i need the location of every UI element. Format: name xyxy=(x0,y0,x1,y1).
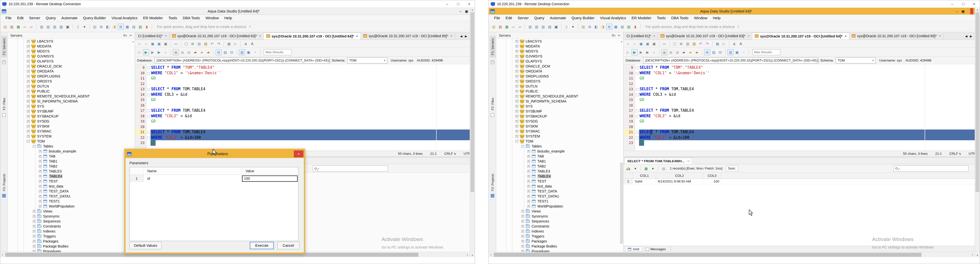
expander-icon[interactable]: + xyxy=(27,125,30,128)
tree-item-test_data[interactable]: +test_data xyxy=(496,184,623,189)
tree-item-TEST_DATA1[interactable]: +TEST_DATA1 xyxy=(8,194,135,199)
redo-icon[interactable]: ↷ xyxy=(704,41,710,47)
expander-icon[interactable]: + xyxy=(33,235,36,238)
dialog-titlebar[interactable]: Parameters × xyxy=(126,150,304,158)
expander-icon[interactable]: + xyxy=(521,230,524,233)
code-line[interactable]: WHERE "COL3" = &id xyxy=(146,114,470,119)
expander-icon[interactable]: + xyxy=(527,205,530,208)
code-line[interactable] xyxy=(146,81,470,87)
run-all-icon[interactable]: ▶ xyxy=(638,49,644,55)
tree-item-SYS[interactable]: +SYS xyxy=(8,104,135,109)
code-line[interactable]: SELECT * FROM "TOM"."TABLE4" xyxy=(146,65,470,71)
scroll-left-icon[interactable]: ‹ xyxy=(489,253,493,256)
encoding[interactable]: UTF-8 xyxy=(969,152,975,155)
fold-marker-icon[interactable] xyxy=(146,87,151,92)
database-select[interactable]: (DESCRIPTION= (ADDRESS= (PROTOCOL=tcp)(H… xyxy=(154,57,330,63)
rollback-icon[interactable]: ▣ xyxy=(675,49,680,55)
expander-icon[interactable]: + xyxy=(515,75,518,78)
run-icon[interactable]: ▶ xyxy=(632,49,638,55)
rollback-icon[interactable]: ▣ xyxy=(186,49,192,55)
app-minimize-icon[interactable]: – xyxy=(956,9,958,13)
explain-icon[interactable]: ▷ xyxy=(137,49,143,55)
wand3-icon[interactable]: ▰ xyxy=(205,49,212,55)
column-header-col3[interactable]: COL3 xyxy=(703,173,721,179)
code-line[interactable]: WHERE "COL3" = &id xyxy=(635,114,975,119)
run-edit-icon[interactable]: ▶ xyxy=(156,49,162,55)
wand1-icon[interactable]: ▰ xyxy=(192,49,199,55)
panel-l-icon[interactable]: ◧ xyxy=(105,24,111,30)
app-restore-icon[interactable]: ▣ xyxy=(961,9,965,13)
expander-icon[interactable]: + xyxy=(515,120,518,123)
expander-icon[interactable]: + xyxy=(527,200,530,203)
tree-item-WorldPopulation[interactable]: +WorldPopulation xyxy=(8,204,135,209)
close-icon[interactable]: × xyxy=(969,0,980,8)
tree-item-Views[interactable]: +Views xyxy=(496,209,623,214)
scrollbar-thumb[interactable] xyxy=(975,12,979,192)
expander-icon[interactable]: + xyxy=(39,170,41,173)
menu-dba-tools[interactable]: DBA Tools xyxy=(180,15,203,21)
expander-icon[interactable]: + xyxy=(27,65,30,68)
tree-item-SYS[interactable]: +SYS xyxy=(496,104,623,109)
find-mag-icon[interactable]: ▦ xyxy=(714,41,721,47)
parameter-value-input[interactable]: 100 xyxy=(242,175,298,182)
sql-editor[interactable]: 91011121314151617181920212223 SELECT * F… xyxy=(135,64,470,151)
expander-icon[interactable]: + xyxy=(33,240,36,243)
minimize-icon[interactable]: – xyxy=(442,0,453,8)
table-data-icon[interactable]: ▦ xyxy=(15,24,21,30)
save-all-icon[interactable]: ▣ xyxy=(156,41,162,47)
scroll-down-icon[interactable]: ▾ xyxy=(975,253,980,257)
stop-icon[interactable]: ● xyxy=(651,49,657,55)
scrollbar-thumb[interactable] xyxy=(471,12,474,192)
query-open2-icon[interactable]: ▥ xyxy=(534,24,539,30)
doc-tab[interactable]: sys@Oracle 10.31.200.107 v19 - OCI [Unti… xyxy=(361,32,455,40)
fold-marker-icon[interactable] xyxy=(146,130,151,135)
expander-icon[interactable]: + xyxy=(33,230,36,233)
table-data-icon[interactable]: ▦ xyxy=(504,24,510,30)
code-line[interactable]: SELECT * FROM TOM.TABLE4 xyxy=(635,130,975,135)
pivot-icon[interactable]: ▩ xyxy=(124,24,130,30)
expander-icon[interactable]: + xyxy=(521,240,524,243)
copy-icon[interactable]: ▥ xyxy=(685,41,690,47)
cancel-button[interactable]: Cancel xyxy=(277,242,299,249)
explain-icon[interactable]: ▷ xyxy=(625,49,631,55)
menu-automate[interactable]: Automate xyxy=(59,15,80,21)
code-line[interactable]: WHERE COL3 = &id xyxy=(146,92,470,98)
expander-icon[interactable]: + xyxy=(27,40,30,43)
tree-item-TAB1[interactable]: +TAB1 xyxy=(8,159,135,164)
tree-item-Sequences[interactable]: +Sequences xyxy=(496,219,623,224)
code-line[interactable] xyxy=(146,103,470,108)
fold-marker-icon[interactable] xyxy=(635,71,639,76)
select-icon[interactable]: ▢ xyxy=(183,41,189,47)
chart-main-icon[interactable]: ▮ xyxy=(632,24,638,30)
quick-access-close-icon[interactable]: × xyxy=(249,24,251,29)
code-line[interactable]: WHERE "COL1" = '\&name='Denis'' xyxy=(146,71,470,76)
save-all-icon[interactable]: ▣ xyxy=(644,41,651,47)
tree-item-OUTLN[interactable]: +OUTLN xyxy=(496,84,623,89)
tree-item-ORDPLUGINS[interactable]: +ORDPLUGINS xyxy=(496,74,623,79)
max-results-input[interactable] xyxy=(752,49,780,55)
tree-item-REMOTE_SCHEDULER_AGENT[interactable]: +REMOTE_SCHEDULER_AGENT xyxy=(496,94,623,99)
expander-icon[interactable]: + xyxy=(515,70,518,73)
fold-marker-icon[interactable] xyxy=(146,92,151,98)
tree-item-SYS$UMF[interactable]: +SYS$UMF xyxy=(496,109,623,114)
tree-item-ORDPLUGINS[interactable]: +ORDPLUGINS xyxy=(8,74,135,79)
timer-icon[interactable]: ◔ xyxy=(252,49,258,55)
code-line[interactable]: GO xyxy=(146,97,470,103)
menu-query-builder[interactable]: Query Builder xyxy=(569,15,597,21)
doc-tab[interactable]: sys@Oracle 10.31.200.107 v19 - OCI [Unti… xyxy=(170,32,264,40)
gear-icon[interactable]: ⚙▾ xyxy=(123,33,127,37)
query-open4-icon[interactable]: ▧ xyxy=(547,24,553,30)
tab-close-icon[interactable]: × xyxy=(356,34,358,38)
lower-a-icon[interactable]: a xyxy=(731,41,737,47)
expander-icon[interactable]: + xyxy=(39,175,41,178)
scroll-right-icon[interactable]: › xyxy=(465,253,470,256)
eol-mode[interactable]: CRLF ⇅ xyxy=(444,152,456,155)
tree-item-LBACSYS[interactable]: +LBACSYS xyxy=(8,39,135,44)
fold-marker-icon[interactable] xyxy=(635,87,639,92)
panel-r-icon[interactable]: ◨ xyxy=(600,24,606,30)
expander-icon[interactable]: + xyxy=(515,65,518,68)
save-as-icon[interactable]: ▣ xyxy=(162,41,169,47)
expander-icon[interactable]: + xyxy=(27,85,30,88)
grid2-icon[interactable]: ⊞ xyxy=(118,24,124,30)
code-line[interactable]: WHERE "COL1" = '\&name='Denis'' xyxy=(635,71,975,76)
